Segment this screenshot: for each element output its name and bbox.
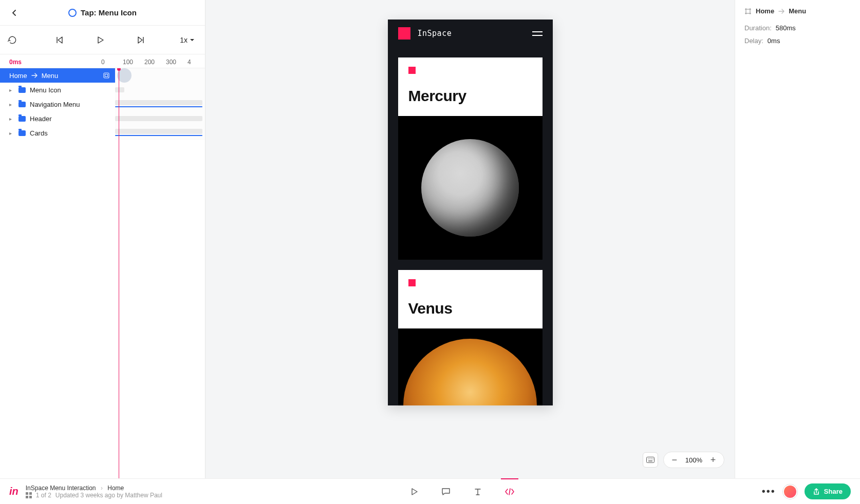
project-name[interactable]: InSpace Menu Interaction: [26, 484, 96, 492]
folder-icon: [18, 87, 26, 93]
updated-text: Updated 3 weeks ago by Matthew Paul: [55, 492, 162, 499]
planet-venus-image: [403, 339, 537, 405]
layer-name: Cards: [30, 129, 48, 137]
device-preview: InSpace Mercury: [388, 20, 553, 405]
screen-name[interactable]: Home: [107, 484, 124, 492]
breadcrumb[interactable]: InSpace Menu Interaction › Home: [26, 484, 162, 492]
card-venus[interactable]: Venus: [398, 270, 543, 405]
timeline-bar[interactable]: [115, 135, 202, 136]
canvas[interactable]: InSpace Mercury: [205, 0, 735, 478]
timeline-bar[interactable]: [115, 87, 124, 92]
artboard-icon: [744, 8, 752, 15]
svg-rect-0: [104, 73, 109, 78]
play-button[interactable]: [92, 32, 108, 48]
play-mode-button[interactable]: [408, 486, 420, 497]
menu-icon[interactable]: [532, 31, 543, 36]
back-button[interactable]: [8, 7, 21, 19]
skip-forward-button[interactable]: [133, 32, 149, 48]
svg-point-5: [651, 458, 652, 459]
property-delay: Delay: 0ms: [744, 37, 851, 45]
timeline-transition-row[interactable]: Home Menu: [0, 68, 205, 83]
timeline-panel: Tap: Menu Icon: [0, 0, 205, 478]
inspector-breadcrumb: Home Menu: [744, 7, 851, 15]
folder-icon: [18, 102, 26, 107]
invision-logo[interactable]: in: [9, 486, 18, 497]
breadcrumb-from: Home: [756, 7, 774, 15]
ruler-tick: 200: [144, 59, 162, 66]
footer-bar: in InSpace Menu Interaction › Home 1 of …: [0, 478, 860, 504]
playhead-line[interactable]: [119, 68, 119, 478]
timeline-bar[interactable]: [115, 116, 202, 121]
expand-caret-icon[interactable]: ▸: [9, 87, 14, 93]
card-image: [398, 328, 543, 405]
card-image: [398, 116, 543, 260]
timeline-layer-row[interactable]: ▸ Menu Icon: [0, 83, 205, 97]
keyboard-shortcuts-button[interactable]: [643, 452, 658, 468]
timeline-layer-row[interactable]: ▸ Navigation Menu: [0, 97, 205, 111]
comment-mode-button[interactable]: [440, 486, 452, 497]
card-title: Venus: [408, 300, 532, 317]
zoom-out-button[interactable]: −: [669, 454, 680, 466]
svg-rect-2: [646, 457, 654, 463]
text-mode-button[interactable]: [472, 486, 483, 497]
timeline-bar[interactable]: [115, 129, 202, 134]
zoom-value: 100%: [685, 456, 702, 464]
expand-caret-icon[interactable]: ▸: [9, 130, 14, 136]
playback-speed-value: 1x: [180, 36, 188, 44]
folder-icon: [18, 130, 26, 136]
timeline-layer-row[interactable]: ▸ Header: [0, 111, 205, 126]
timeline-current-time: 0ms: [0, 59, 101, 66]
page-title: Tap: Menu Icon: [21, 8, 184, 17]
chevron-down-icon: [190, 37, 195, 43]
arrow-right-icon: [778, 9, 784, 14]
grid-icon[interactable]: [26, 492, 32, 498]
artboard-icon: [103, 72, 110, 79]
timeline-layer-row[interactable]: ▸ Cards: [0, 126, 205, 140]
user-avatar[interactable]: [783, 484, 797, 499]
interaction-type-icon: [68, 9, 77, 17]
card-title: Mercury: [408, 87, 532, 105]
property-duration: Duration: 580ms: [744, 24, 851, 32]
loop-button[interactable]: [4, 32, 21, 48]
svg-point-4: [649, 458, 650, 459]
share-icon: [813, 488, 820, 495]
more-menu-button[interactable]: •••: [762, 486, 776, 497]
breadcrumb-to: Menu: [789, 7, 806, 15]
property-label: Delay:: [744, 37, 763, 45]
page-title-text: Tap: Menu Icon: [81, 8, 137, 17]
folder-icon: [18, 116, 26, 122]
layer-name: Navigation Menu: [30, 101, 80, 108]
brand-logo: [398, 27, 410, 40]
svg-rect-7: [648, 461, 652, 462]
timeline-ruler[interactable]: 0 100 200 300 4: [101, 59, 205, 66]
share-label: Share: [824, 488, 843, 495]
app-header: InSpace: [388, 20, 553, 47]
brand-name: InSpace: [418, 29, 452, 38]
playback-speed-dropdown[interactable]: 1x: [180, 36, 200, 44]
arrow-right-icon: [31, 73, 38, 78]
property-value: 0ms: [768, 37, 780, 45]
svg-point-6: [652, 458, 653, 459]
inspector-panel: Home Menu Duration: 580ms Delay: 0ms: [735, 0, 860, 478]
ruler-tick: 300: [166, 59, 183, 66]
transition-from: Home: [9, 72, 27, 80]
ruler-tick: 4: [188, 59, 205, 66]
page-counter: 1 of 2: [36, 492, 51, 499]
card-accent-icon: [408, 67, 416, 74]
zoom-in-button[interactable]: +: [707, 454, 719, 466]
expand-caret-icon[interactable]: ▸: [9, 102, 14, 107]
skip-back-button[interactable]: [51, 32, 67, 48]
svg-point-3: [648, 458, 649, 459]
expand-caret-icon[interactable]: ▸: [9, 116, 14, 122]
card-accent-icon: [408, 279, 416, 286]
property-label: Duration:: [744, 24, 772, 32]
share-button[interactable]: Share: [805, 483, 851, 499]
zoom-control: − 100% +: [663, 452, 724, 468]
transition-to: Menu: [42, 72, 59, 80]
ruler-tick: 0: [101, 59, 119, 66]
card-mercury[interactable]: Mercury: [398, 57, 543, 260]
code-mode-button[interactable]: [504, 486, 515, 497]
timeline-bar[interactable]: [115, 106, 202, 107]
layer-name: Header: [30, 115, 52, 123]
timeline-bar[interactable]: [115, 100, 202, 105]
